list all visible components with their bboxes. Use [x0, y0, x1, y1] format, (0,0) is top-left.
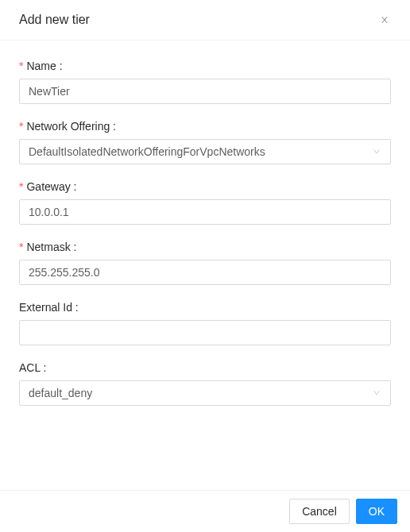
close-icon[interactable]	[378, 13, 391, 26]
cancel-button[interactable]: Cancel	[289, 499, 350, 524]
external-id-input[interactable]	[19, 320, 391, 345]
modal-header: Add new tier	[0, 0, 410, 40]
form-item-network-offering: *Network Offering : DefaultIsolatedNetwo…	[19, 120, 391, 164]
modal-body: *Name : *Network Offering : DefaultIsola…	[0, 40, 410, 490]
acl-value: default_deny	[29, 381, 366, 405]
form-item-name: *Name :	[19, 60, 391, 104]
name-input[interactable]	[19, 79, 391, 104]
form-item-gateway: *Gateway :	[19, 180, 391, 225]
name-label: *Name :	[19, 60, 391, 72]
network-offering-select[interactable]: DefaultIsolatedNetworkOfferingForVpcNetw…	[19, 139, 391, 164]
network-offering-label: *Network Offering :	[19, 120, 391, 133]
chevron-down-icon	[372, 388, 381, 398]
ok-button[interactable]: OK	[356, 499, 397, 524]
acl-label: ACL :	[19, 361, 391, 374]
required-mark: *	[19, 60, 23, 72]
netmask-label: *Netmask :	[19, 241, 391, 253]
form-item-netmask: *Netmask :	[19, 241, 391, 285]
netmask-input[interactable]	[19, 260, 391, 285]
gateway-label: *Gateway :	[19, 180, 391, 193]
chevron-down-icon	[372, 147, 381, 156]
add-tier-modal: Add new tier *Name : *Network Offering :…	[0, 0, 410, 532]
modal-title: Add new tier	[19, 13, 90, 27]
network-offering-value: DefaultIsolatedNetworkOfferingForVpcNetw…	[29, 140, 366, 164]
external-id-label: External Id :	[19, 301, 391, 314]
form-item-acl: ACL : default_deny	[19, 361, 391, 406]
required-mark: *	[19, 120, 23, 133]
modal-footer: Cancel OK	[0, 490, 410, 532]
acl-select[interactable]: default_deny	[19, 380, 391, 406]
required-mark: *	[19, 241, 23, 253]
form-item-external-id: External Id :	[19, 301, 391, 345]
gateway-input[interactable]	[19, 199, 391, 225]
required-mark: *	[19, 180, 23, 193]
